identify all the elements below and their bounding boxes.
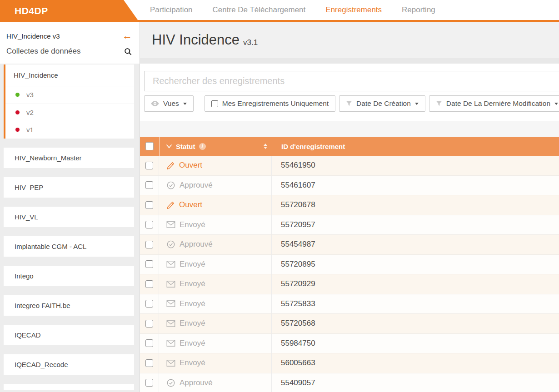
- status-cell[interactable]: Ouvert: [159, 195, 272, 215]
- check-circle-icon: [166, 181, 175, 190]
- table-row[interactable]: Envoyé 55720929: [140, 274, 559, 294]
- status-cell[interactable]: Ouvert: [159, 156, 272, 175]
- row-checkbox[interactable]: [145, 339, 153, 347]
- status-cell[interactable]: Envoyé: [159, 255, 272, 274]
- row-checkbox[interactable]: [145, 201, 153, 209]
- status-label: Envoyé: [180, 358, 205, 367]
- nav-tab-label: Centre De Téléchargement: [213, 5, 306, 14]
- status-cell[interactable]: Envoyé: [159, 334, 272, 353]
- table-row[interactable]: Envoyé 55725833: [140, 294, 559, 314]
- record-id: 55720957: [281, 220, 315, 229]
- select-all-checkbox[interactable]: [145, 142, 154, 150]
- records-search-input[interactable]: [144, 71, 559, 91]
- collection-version-item[interactable]: v1: [5, 121, 134, 139]
- table-row[interactable]: Ouvert 55720678: [140, 195, 559, 215]
- record-id: 55461607: [281, 181, 315, 190]
- collection-group-header[interactable]: HIV_Incidence: [5, 65, 134, 86]
- status-cell[interactable]: Envoyé: [159, 314, 272, 333]
- record-id-cell: 55454987: [272, 235, 559, 254]
- records-toolbar: Vues Mes Enregistrements Uniquement Date…: [144, 95, 559, 112]
- creation-date-filter-button[interactable]: Date De Création: [339, 95, 425, 112]
- table-row[interactable]: Approuvé 55409057: [140, 373, 559, 392]
- row-checkbox-cell: [140, 215, 159, 235]
- search-icon[interactable]: [124, 47, 132, 56]
- status-label: Envoyé: [180, 319, 205, 328]
- sidebar-section-title: Collectes de données: [6, 47, 81, 56]
- sort-icon[interactable]: [264, 144, 267, 149]
- row-checkbox[interactable]: [145, 181, 153, 189]
- status-cell[interactable]: Envoyé: [159, 353, 272, 373]
- row-checkbox[interactable]: [145, 241, 153, 248]
- collection-list-item[interactable]: Implantable CGM - ACL: [4, 236, 134, 257]
- table-row[interactable]: Envoyé 55720895: [140, 255, 559, 275]
- collection-item-label: HIV_PEP: [15, 184, 43, 191]
- collection-version-item[interactable]: v3: [5, 86, 134, 104]
- title-divider-strip: [140, 58, 559, 64]
- envelope-icon: [166, 221, 175, 228]
- row-checkbox[interactable]: [145, 260, 153, 268]
- my-records-only-toggle[interactable]: Mes Enregistrements Uniquement: [205, 95, 335, 112]
- status-label: Envoyé: [180, 220, 205, 229]
- status-column-header[interactable]: Statut i: [159, 137, 272, 156]
- record-id-cell: 55725833: [272, 294, 559, 314]
- status-label: Approuvé: [180, 181, 213, 190]
- collection-group-label: HIV_Incidence: [14, 71, 58, 79]
- row-checkbox[interactable]: [145, 221, 153, 228]
- status-cell[interactable]: Approuvé: [159, 176, 272, 195]
- table-row[interactable]: Approuvé 55454987: [140, 235, 559, 255]
- row-checkbox[interactable]: [145, 162, 153, 169]
- row-checkbox-cell: [140, 195, 159, 215]
- filter-funnel-icon: [346, 100, 352, 107]
- collection-list-item[interactable]: HIV_PEP: [4, 177, 134, 198]
- chevron-down-icon: [166, 142, 172, 150]
- collection-list-item-partial[interactable]: [4, 384, 134, 390]
- collection-list-item[interactable]: IQECAD_Recode: [4, 354, 134, 375]
- status-cell[interactable]: Approuvé: [159, 373, 272, 392]
- table-row[interactable]: Envoyé 56005663: [140, 353, 559, 373]
- table-row[interactable]: Envoyé 55984750: [140, 334, 559, 354]
- row-checkbox-cell: [140, 334, 159, 353]
- status-label: Envoyé: [180, 339, 205, 348]
- table-row[interactable]: Approuvé 55461607: [140, 176, 559, 196]
- status-cell[interactable]: Envoyé: [159, 294, 272, 314]
- version-label: v3: [26, 91, 34, 99]
- top-header: HD4DP Participation Centre De Télécharge…: [0, 0, 559, 22]
- nav-tab[interactable]: Centre De Téléchargement: [213, 5, 306, 15]
- sidebar-header: HIV_Incidence v3 ← Collectes de données: [0, 22, 140, 64]
- table-toolbar-band: [140, 121, 559, 137]
- main-panel: HIV Incidence v3.1 Vu: [140, 22, 559, 392]
- table-row[interactable]: Envoyé 55720957: [140, 215, 559, 235]
- row-checkbox[interactable]: [145, 320, 153, 327]
- collection-list-item[interactable]: Intego: [4, 266, 134, 286]
- back-arrow-icon[interactable]: ←: [122, 31, 132, 40]
- row-checkbox[interactable]: [145, 280, 153, 288]
- filter-funnel-icon: [436, 100, 442, 107]
- table-row[interactable]: Envoyé 55720568: [140, 314, 559, 334]
- check-circle-icon: [166, 240, 175, 249]
- row-checkbox[interactable]: [145, 379, 153, 387]
- collection-item-label: Integreo FAITH.be: [15, 302, 70, 309]
- version-label: v1: [26, 126, 34, 134]
- collection-list-item[interactable]: HIV_Newborn_Master: [4, 148, 134, 168]
- collection-version-item[interactable]: v2: [5, 104, 134, 121]
- row-checkbox-cell: [140, 274, 159, 294]
- record-id-cell: 55984750: [272, 334, 559, 353]
- table-row[interactable]: Ouvert 55461950: [140, 156, 559, 176]
- nav-tab[interactable]: Reporting: [402, 5, 435, 15]
- status-cell[interactable]: Envoyé: [159, 215, 272, 235]
- collection-list-item[interactable]: Integreo FAITH.be: [4, 295, 134, 316]
- my-records-checkbox[interactable]: [211, 100, 218, 107]
- row-checkbox-cell: [140, 314, 159, 333]
- row-checkbox[interactable]: [145, 359, 153, 367]
- row-checkbox[interactable]: [145, 300, 153, 308]
- last-modified-filter-button[interactable]: Date De La Dernière Modification: [429, 95, 559, 112]
- collection-list-item[interactable]: HIV_VL: [4, 207, 134, 227]
- status-cell[interactable]: Approuvé: [159, 235, 272, 254]
- version-status-dot: [15, 93, 20, 97]
- nav-tab[interactable]: Participation: [150, 5, 193, 15]
- record-id: 55720568: [281, 319, 315, 328]
- nav-tab[interactable]: Enregistrements: [325, 5, 382, 15]
- status-cell[interactable]: Envoyé: [159, 274, 272, 294]
- views-dropdown-button[interactable]: Vues: [144, 95, 194, 112]
- collection-list-item[interactable]: IQECAD: [4, 325, 134, 345]
